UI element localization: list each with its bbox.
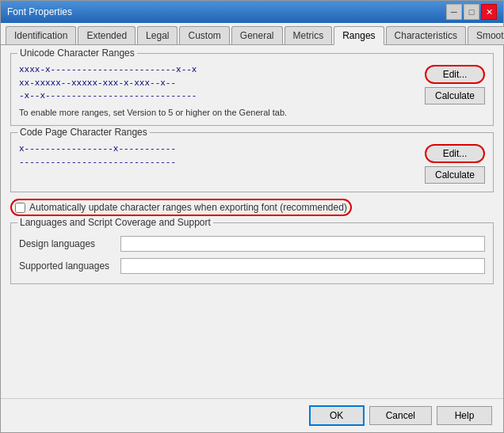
auto-update-row: Automatically update character ranges wh…: [10, 199, 352, 216]
auto-update-checkbox[interactable]: [15, 203, 25, 213]
window-title: Font Properties: [7, 6, 72, 17]
maximize-button[interactable]: □: [464, 4, 479, 20]
unicode-edit-button[interactable]: Edit...: [425, 65, 485, 84]
tab-extended[interactable]: Extended: [78, 26, 136, 44]
unicode-range-text: xxxx-x------------------------x--x xx-xx…: [19, 63, 417, 103]
supported-languages-input[interactable]: [120, 258, 485, 274]
unicode-ranges-group: Unicode Character Ranges xxxx-x---------…: [10, 53, 494, 126]
tab-general[interactable]: General: [231, 26, 283, 44]
languages-group-title: Languages and Script Coverage and Suppor…: [17, 217, 213, 228]
tab-legal[interactable]: Legal: [137, 26, 178, 44]
codepage-ranges-content: x-----------------x----------- ---------…: [19, 142, 485, 184]
unicode-info-text: To enable more ranges, set Version to 5 …: [19, 108, 485, 117]
ok-button[interactable]: OK: [309, 405, 365, 426]
auto-update-label[interactable]: Automatically update character ranges wh…: [29, 202, 347, 213]
supported-languages-label: Supported languages: [19, 260, 114, 272]
supported-languages-row: Supported languages: [19, 258, 485, 274]
close-button[interactable]: ✕: [481, 4, 497, 20]
unicode-line2: xx-xxxxx--xxxxx-xxx-x-xxx--x--: [19, 77, 417, 90]
title-bar: Font Properties ─ □ ✕: [1, 1, 503, 23]
tab-ranges[interactable]: Ranges: [334, 26, 384, 45]
codepage-range-text: x-----------------x----------- ---------…: [19, 142, 417, 169]
tab-custom[interactable]: Custom: [179, 26, 229, 44]
codepage-buttons: Edit... Calculate: [425, 144, 485, 184]
tab-identification[interactable]: Identification: [6, 26, 76, 44]
minimize-button[interactable]: ─: [446, 4, 462, 20]
unicode-ranges-title: Unicode Character Ranges: [17, 47, 137, 59]
tab-characteristics[interactable]: Characteristics: [386, 26, 466, 44]
tab-metrics[interactable]: Metrics: [284, 26, 333, 44]
design-languages-row: Design languages: [19, 236, 485, 252]
codepage-range-row: x-----------------x----------- ---------…: [19, 142, 485, 184]
cancel-button[interactable]: Cancel: [369, 406, 432, 425]
tab-bar: Identification Extended Legal Custom Gen…: [1, 23, 503, 45]
design-languages-input[interactable]: [120, 236, 485, 252]
dialog-footer: OK Cancel Help: [1, 398, 503, 432]
unicode-range-row: xxxx-x------------------------x--x xx-xx…: [19, 63, 485, 104]
codepage-line2: ------------------------------: [19, 156, 417, 169]
codepage-ranges-group: Code Page Character Ranges x------------…: [10, 132, 494, 192]
codepage-calculate-button[interactable]: Calculate: [425, 166, 485, 184]
tab-smoothing[interactable]: Smoothing: [468, 26, 504, 44]
title-bar-controls: ─ □ ✕: [446, 4, 497, 20]
unicode-line1: xxxx-x------------------------x--x: [19, 63, 417, 77]
codepage-ranges-title: Code Page Character Ranges: [17, 127, 150, 138]
unicode-line3: -x--x-----------------------------: [19, 89, 417, 103]
unicode-ranges-content: xxxx-x------------------------x--x xx-xx…: [19, 63, 485, 117]
design-languages-label: Design languages: [19, 238, 114, 249]
help-button[interactable]: Help: [437, 406, 492, 425]
languages-group: Languages and Script Coverage and Suppor…: [10, 222, 494, 284]
tab-content: Unicode Character Ranges xxxx-x---------…: [1, 45, 503, 398]
unicode-calculate-button[interactable]: Calculate: [425, 87, 485, 104]
font-properties-window: Font Properties ─ □ ✕ Identification Ext…: [0, 0, 504, 433]
codepage-edit-button[interactable]: Edit...: [425, 144, 485, 163]
codepage-line1: x-----------------x-----------: [19, 142, 417, 156]
unicode-buttons: Edit... Calculate: [425, 65, 485, 104]
